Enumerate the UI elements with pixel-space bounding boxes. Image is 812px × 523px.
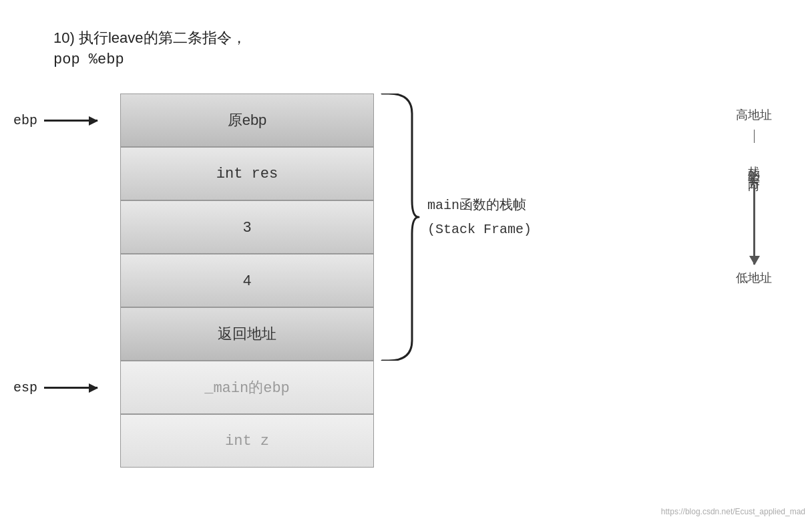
title-line1: 10) 执行leave的第二条指令，: [53, 27, 246, 49]
cell-int-z: int z: [120, 414, 374, 468]
esp-pointer: esp: [13, 361, 97, 414]
direction-low-addr: 低地址: [736, 270, 772, 286]
direction-high-addr: 高地址: [736, 107, 772, 123]
ebp-arrow: [44, 120, 97, 122]
cell-original-ebp: 原ebp: [120, 94, 374, 147]
title-area: 10) 执行leave的第二条指令， pop %ebp: [53, 27, 246, 71]
cell-main-ebp: _main的ebp: [120, 361, 374, 414]
ebp-arrow-body: [44, 120, 97, 122]
direction-area: 高地址 栈的生长方向 低地址: [736, 107, 772, 286]
esp-arrow-body: [44, 387, 97, 389]
frame-label: main函数的栈帧 (Stack Frame): [427, 194, 532, 242]
cell-3: 3: [120, 200, 374, 254]
ebp-pointer: ebp: [13, 94, 97, 147]
ebp-label: ebp: [13, 113, 37, 128]
direction-arrow: [753, 184, 755, 265]
page-container: 10) 执行leave的第二条指令， pop %ebp ebp 原ebp int…: [0, 0, 812, 523]
watermark: https://blog.csdn.net/Ecust_applied_mad: [661, 507, 805, 516]
direction-top-line: [754, 130, 755, 143]
cell-int-res: int res: [120, 147, 374, 200]
esp-label: esp: [13, 380, 37, 395]
frame-label-line2: (Stack Frame): [427, 218, 532, 242]
title-line2: pop %ebp: [53, 49, 246, 71]
direction-text: 栈的生长方向: [746, 156, 762, 172]
curly-brace: [375, 94, 422, 361]
stack-diagram: 原ebp int res 3 4 返回地址 _main的ebp int z: [120, 94, 374, 468]
esp-arrow: [44, 387, 97, 389]
frame-label-line1: main函数的栈帧: [427, 194, 532, 218]
cell-4: 4: [120, 254, 374, 307]
cell-return-addr: 返回地址: [120, 307, 374, 361]
